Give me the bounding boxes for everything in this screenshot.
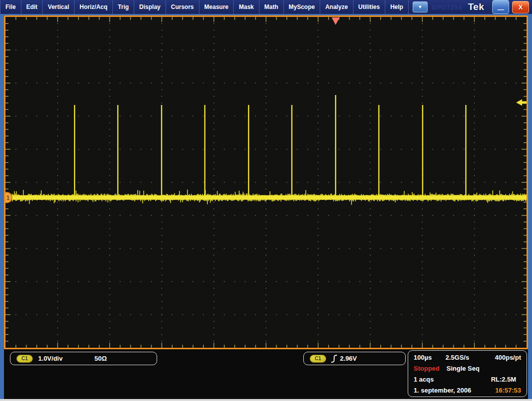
menu-item-mask[interactable]: Mask [234,0,259,14]
close-button[interactable]: X [512,1,529,13]
waveform-trace [5,95,527,205]
acq-row-timebase: 100µs 2.5GS/s 400ps/pt [408,352,527,363]
acq-row-datetime: 1. september, 2006 16:57:53 [408,385,527,396]
menu-item-analyze[interactable]: Analyze [320,0,353,14]
svg-text:1: 1 [6,195,10,201]
acq-state: Stopped [414,365,440,372]
channel1-readout[interactable]: C1 1.0V/div 50Ω [10,352,157,365]
acquisition-readout[interactable]: 100µs 2.5GS/s 400ps/pt Stopped Single Se… [408,350,527,397]
menu-item-display[interactable]: Display [134,0,166,14]
trigger-level-arrow[interactable] [516,100,527,106]
chevron-down-icon: ▼ [418,4,422,9]
trigger-position-marker[interactable] [332,17,340,25]
menu-item-file[interactable]: File [0,0,21,14]
menu-item-utilities[interactable]: Utilities [354,0,385,14]
window-bottom-edge [0,399,532,401]
channel1-scale: 1.0V/div [38,355,63,362]
menu-item-horizacq[interactable]: Horiz/Acq [75,0,113,14]
grid-dots [15,23,517,342]
channel1-impedance: 50Ω [94,355,107,362]
readout-panel: C1 1.0V/div 50Ω C1 2.96V 100µs 2.5GS/s 4… [4,349,528,399]
acq-row-state: Stopped Single Seq [408,363,527,374]
scope-display[interactable]: 1 [4,15,528,349]
acq-count: 1 acqs [414,376,434,383]
menu-overflow-button[interactable]: ▼ [413,1,428,12]
menu-item-math[interactable]: Math [260,0,284,14]
channel1-marker[interactable]: 1 [5,193,12,203]
trigger-source-badge: C1 [310,355,326,363]
resolution: 400ps/pt [495,354,521,361]
tek-logo: Tek [468,1,484,12]
graticule-waveform: 1 [5,17,527,348]
menu-item-measure[interactable]: Measure [199,0,234,14]
acq-mode: Single Seq [446,365,479,372]
minimize-button[interactable]: — [492,0,509,14]
menu-bar: FileEditVerticalHoriz/AcqTrigDisplayCurs… [0,0,409,14]
menu-item-cursors[interactable]: Cursors [166,0,199,14]
titlebar-right: DPO7254 Tek — X [432,0,532,14]
minimize-icon: — [498,7,504,12]
menu-item-vertical[interactable]: Vertical [43,0,75,14]
menu-item-help[interactable]: Help [385,0,409,14]
rising-edge-icon [331,354,337,363]
trigger-level: 2.96V [340,355,357,362]
acq-row-count: 1 acqs RL:2.5M [408,374,527,385]
model-label: DPO7254 [432,3,462,11]
close-icon: X [519,1,523,13]
trigger-readout[interactable]: C1 2.96V [303,352,406,365]
channel1-badge: C1 [16,355,33,363]
titlebar: FileEditVerticalHoriz/AcqTrigDisplayCurs… [0,0,532,14]
timebase: 100µs [414,354,445,361]
record-length: RL:2.5M [491,376,516,383]
time-label: 16:57:53 [495,387,521,394]
sample-rate: 2.5GS/s [445,354,469,361]
menu-item-trig[interactable]: Trig [113,0,134,14]
menu-item-myscope[interactable]: MyScope [284,0,321,14]
date-label: 1. september, 2006 [414,387,471,394]
menu-item-edit[interactable]: Edit [21,0,43,14]
